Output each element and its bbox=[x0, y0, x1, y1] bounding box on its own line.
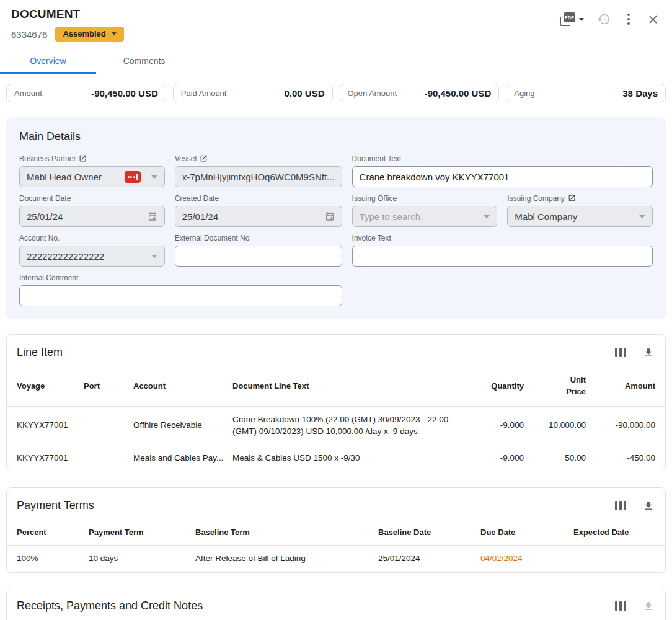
document-date-input: 25/01/24 bbox=[19, 206, 165, 227]
page-content: Amount -90,450.00 USD Paid Amount 0.00 U… bbox=[0, 74, 672, 620]
issuing-company-label: Issuing Company bbox=[507, 194, 565, 203]
col-port: Port bbox=[84, 363, 133, 406]
payment-terms-section: Payment Terms Percent Payment Term Basel… bbox=[6, 487, 666, 573]
col-percent: Percent bbox=[7, 516, 89, 546]
download-icon[interactable] bbox=[643, 347, 654, 358]
cell-document-line-text: Crane Breakdown 100% (22:00 (GMT) 30/09/… bbox=[232, 406, 473, 445]
line-item-table: Voyage Port Account Document Line Text Q… bbox=[7, 363, 665, 472]
chevron-down-icon bbox=[112, 32, 117, 35]
col-voyage: Voyage bbox=[7, 363, 84, 406]
issuing-office-field-group: Issuing Office Type to search. bbox=[352, 193, 498, 227]
external-link-icon[interactable] bbox=[79, 154, 87, 162]
invoice-text-field-group: Invoice Text bbox=[352, 233, 653, 267]
receipts-table: Document No Document Date Document Type … bbox=[7, 616, 665, 620]
internal-comment-label: Internal Comment bbox=[19, 273, 78, 282]
columns-icon[interactable] bbox=[615, 501, 626, 510]
calendar-icon bbox=[325, 211, 335, 221]
chevron-down-icon bbox=[579, 18, 584, 21]
col-unit-price: Unit Price bbox=[529, 363, 591, 406]
history-button[interactable] bbox=[597, 12, 611, 26]
issuing-company-field-group: Issuing Company Mabl Company bbox=[507, 193, 653, 227]
header: DOCUMENT 6334676 Assembled PDF bbox=[0, 0, 672, 42]
columns-icon[interactable] bbox=[615, 601, 626, 611]
col-document-no: Document No bbox=[105, 616, 250, 620]
receipts-title: Receipts, Payments and Credit Notes bbox=[17, 600, 203, 613]
document-date-field-group: Document Date 25/01/24 bbox=[19, 193, 165, 227]
download-icon bbox=[643, 601, 654, 612]
cell-voyage: KKYYX77001 bbox=[7, 406, 84, 445]
line-item-row: KKYYX77001 Offhire Receivable Crane Brea… bbox=[7, 406, 665, 445]
business-partner-label: Business Partner bbox=[19, 154, 76, 163]
pdf-export-button[interactable]: PDF bbox=[560, 12, 584, 26]
col-select-all bbox=[7, 616, 105, 620]
col-quantity: Quantity bbox=[473, 363, 529, 406]
payment-terms-title: Payment Terms bbox=[17, 499, 94, 512]
tab-overview[interactable]: Overview bbox=[0, 50, 96, 74]
summary-value: 38 Days bbox=[622, 88, 658, 99]
col-document-line-text: Document Line Text bbox=[232, 363, 473, 406]
cell-expected-date bbox=[573, 546, 665, 572]
close-button[interactable] bbox=[647, 13, 660, 26]
header-title-block: DOCUMENT 6334676 Assembled bbox=[11, 7, 124, 42]
col-expected-date: Expected Date bbox=[573, 516, 665, 546]
col-payment-term: Payment Term bbox=[89, 516, 195, 546]
summary-row: Amount -90,450.00 USD Paid Amount 0.00 U… bbox=[6, 84, 666, 102]
more-options-button[interactable] bbox=[624, 12, 634, 26]
download-icon[interactable] bbox=[643, 500, 654, 512]
vessel-label: Vessel bbox=[175, 154, 197, 163]
vessel-field-group: Vessel x-7pMnHjyjimtxgHOq6WC0M9SNft... bbox=[175, 154, 342, 187]
summary-value: -90,450.00 USD bbox=[91, 88, 158, 99]
cell-unit-price: 10,000.00 bbox=[529, 406, 591, 445]
summary-card-paid-amount: Paid Amount 0.00 USD bbox=[173, 84, 333, 102]
cell-quantity: -9.000 bbox=[473, 406, 529, 445]
status-badge[interactable]: Assembled bbox=[55, 27, 123, 42]
invoice-text-label: Invoice Text bbox=[352, 234, 391, 242]
cell-quantity: -9.000 bbox=[473, 445, 529, 472]
external-link-icon[interactable] bbox=[200, 154, 208, 162]
account-no-label: Account No. bbox=[19, 234, 60, 242]
main-details-panel: Main Details Business Partner Mabl Head … bbox=[6, 117, 666, 319]
columns-icon[interactable] bbox=[615, 348, 626, 357]
summary-card-open-amount: Open Amount -90,450.00 USD bbox=[340, 84, 500, 102]
cell-port bbox=[84, 406, 133, 445]
created-date-field-group: Created Date 25/01/24 bbox=[175, 193, 342, 227]
cell-document-line-text: Meals & Cables USD 1500 x -9/30 bbox=[232, 445, 473, 472]
chevron-down-icon bbox=[639, 215, 645, 218]
payment-terms-table: Percent Payment Term Baseline Term Basel… bbox=[7, 516, 665, 572]
issuing-company-select: Mabl Company bbox=[507, 206, 653, 227]
summary-label: Amount bbox=[14, 89, 42, 98]
internal-comment-field-group: Internal Comment bbox=[19, 273, 342, 306]
calendar-icon bbox=[148, 211, 157, 221]
chevron-down-icon bbox=[151, 175, 157, 179]
password-manager-icon[interactable] bbox=[125, 171, 141, 183]
issuing-office-label: Issuing Office bbox=[352, 194, 397, 203]
summary-card-aging: Aging 38 Days bbox=[506, 84, 666, 102]
account-no-field-group: Account No. 222222222222222 bbox=[19, 233, 165, 267]
invoice-text-input[interactable] bbox=[352, 246, 653, 267]
external-document-no-input[interactable] bbox=[175, 246, 342, 267]
tab-comments[interactable]: Comments bbox=[96, 50, 192, 74]
summary-label: Paid Amount bbox=[181, 89, 227, 98]
business-partner-select: Mabl Head Owner bbox=[19, 166, 165, 187]
col-amount: Amount bbox=[591, 616, 665, 620]
pdf-icon: PDF bbox=[560, 12, 575, 26]
external-link-icon[interactable] bbox=[568, 194, 576, 202]
summary-value: 0.00 USD bbox=[284, 88, 324, 99]
close-icon bbox=[647, 13, 660, 26]
cell-due-date: 04/02/2024 bbox=[480, 546, 573, 572]
col-baseline-date: Baseline Date bbox=[378, 516, 480, 546]
summary-value: -90,450.00 USD bbox=[425, 88, 492, 99]
document-text-input[interactable]: Crane breakdown voy KKYYX77001 bbox=[352, 166, 653, 187]
external-document-no-label: External Document No bbox=[175, 234, 250, 242]
cell-baseline-term: After Release of Bill of Lading bbox=[195, 546, 378, 572]
internal-comment-input[interactable] bbox=[19, 285, 342, 306]
main-details-title: Main Details bbox=[19, 130, 653, 143]
chevron-down-icon bbox=[151, 255, 157, 258]
chevron-down-icon bbox=[484, 215, 490, 218]
issuing-office-select: Type to search. bbox=[352, 206, 498, 227]
table-header-row: Percent Payment Term Baseline Term Basel… bbox=[7, 516, 665, 546]
cell-baseline-date: 25/01/2024 bbox=[378, 546, 480, 572]
col-document-type: Document Type bbox=[409, 616, 591, 620]
line-item-title: Line Item bbox=[17, 346, 63, 359]
payment-term-row: 100% 10 days After Release of Bill of La… bbox=[7, 546, 665, 572]
